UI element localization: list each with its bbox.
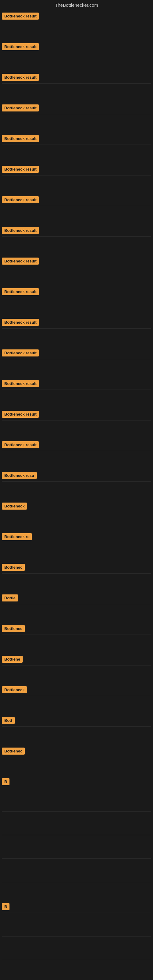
bottleneck-badge-23: Bottleneck bbox=[2, 686, 27, 694]
bottleneck-badge-24: Bott bbox=[2, 717, 15, 724]
bottleneck-badge-21: Bottlenec bbox=[2, 625, 25, 632]
bottleneck-section-15: Bottleneck result bbox=[0, 440, 153, 471]
bottleneck-badge-5: Bottleneck result bbox=[2, 135, 39, 142]
bottleneck-section-25: Bottlenec bbox=[0, 746, 153, 777]
bottleneck-section-19: Bottlenec bbox=[0, 563, 153, 593]
bottleneck-section-23: Bottleneck bbox=[0, 685, 153, 716]
items-container: Bottleneck resultBottleneck resultBottle… bbox=[0, 11, 153, 980]
bottleneck-badge-8: Bottleneck result bbox=[2, 227, 39, 234]
bottleneck-badge-9: Bottleneck result bbox=[2, 258, 39, 265]
bottleneck-badge-25: Bottlenec bbox=[2, 748, 25, 755]
bottleneck-section-2: Bottleneck result bbox=[0, 42, 153, 73]
bottleneck-badge-11: Bottleneck result bbox=[2, 319, 39, 326]
bottleneck-badge-4: Bottleneck result bbox=[2, 105, 39, 111]
bottleneck-section-8: Bottleneck result bbox=[0, 226, 153, 256]
bottleneck-section-20: Bottle bbox=[0, 593, 153, 624]
bottleneck-badge-26: B bbox=[2, 778, 10, 785]
bottleneck-section-31: B bbox=[0, 902, 153, 932]
bottleneck-badge-31: B bbox=[2, 903, 10, 910]
bottleneck-section-33 bbox=[0, 956, 153, 980]
bottleneck-section-26: B bbox=[0, 777, 153, 808]
bottleneck-badge-19: Bottlenec bbox=[2, 564, 25, 571]
bottleneck-badge-14: Bottleneck result bbox=[2, 411, 39, 418]
bottleneck-badge-22: Bottlene bbox=[2, 656, 22, 663]
bottleneck-badge-16: Bottleneck resu bbox=[2, 472, 37, 479]
bottleneck-section-14: Bottleneck result bbox=[0, 409, 153, 440]
bottleneck-section-6: Bottleneck result bbox=[0, 164, 153, 195]
bottleneck-section-3: Bottleneck result bbox=[0, 73, 153, 103]
bottleneck-section-12: Bottleneck result bbox=[0, 348, 153, 379]
bottleneck-section-32 bbox=[0, 932, 153, 956]
bottleneck-section-17: Bottleneck bbox=[0, 501, 153, 532]
bottleneck-section-28 bbox=[0, 831, 153, 855]
bottleneck-badge-13: Bottleneck result bbox=[2, 380, 39, 387]
bottleneck-badge-3: Bottleneck result bbox=[2, 74, 39, 81]
bottleneck-badge-18: Bottleneck re bbox=[2, 533, 32, 540]
bottleneck-section-18: Bottleneck re bbox=[0, 532, 153, 563]
bottleneck-section-27 bbox=[0, 808, 153, 831]
bottleneck-badge-2: Bottleneck result bbox=[2, 43, 39, 50]
bottleneck-section-16: Bottleneck resu bbox=[0, 471, 153, 501]
bottleneck-badge-7: Bottleneck result bbox=[2, 196, 39, 204]
bottleneck-section-11: Bottleneck result bbox=[0, 318, 153, 348]
bottleneck-section-7: Bottleneck result bbox=[0, 195, 153, 226]
bottleneck-section-1: Bottleneck result bbox=[0, 11, 153, 42]
bottleneck-badge-15: Bottleneck result bbox=[2, 441, 39, 449]
bottleneck-section-22: Bottlene bbox=[0, 654, 153, 685]
bottleneck-section-13: Bottleneck result bbox=[0, 379, 153, 409]
site-title: TheBottlenecker.com bbox=[55, 2, 98, 8]
bottleneck-section-4: Bottleneck result bbox=[0, 103, 153, 134]
bottleneck-badge-10: Bottleneck result bbox=[2, 288, 39, 295]
bottleneck-badge-1: Bottleneck result bbox=[2, 13, 39, 20]
bottleneck-badge-20: Bottle bbox=[2, 595, 18, 601]
bottleneck-section-5: Bottleneck result bbox=[0, 134, 153, 164]
bottleneck-section-30 bbox=[0, 878, 153, 902]
bottleneck-badge-12: Bottleneck result bbox=[2, 350, 39, 356]
bottleneck-badge-6: Bottleneck result bbox=[2, 166, 39, 173]
bottleneck-section-21: Bottlenec bbox=[0, 624, 153, 654]
bottleneck-section-9: Bottleneck result bbox=[0, 256, 153, 287]
site-header: TheBottlenecker.com bbox=[0, 0, 153, 11]
bottleneck-section-24: Bott bbox=[0, 716, 153, 746]
bottleneck-section-29 bbox=[0, 855, 153, 878]
bottleneck-section-10: Bottleneck result bbox=[0, 287, 153, 318]
bottleneck-badge-17: Bottleneck bbox=[2, 503, 27, 510]
